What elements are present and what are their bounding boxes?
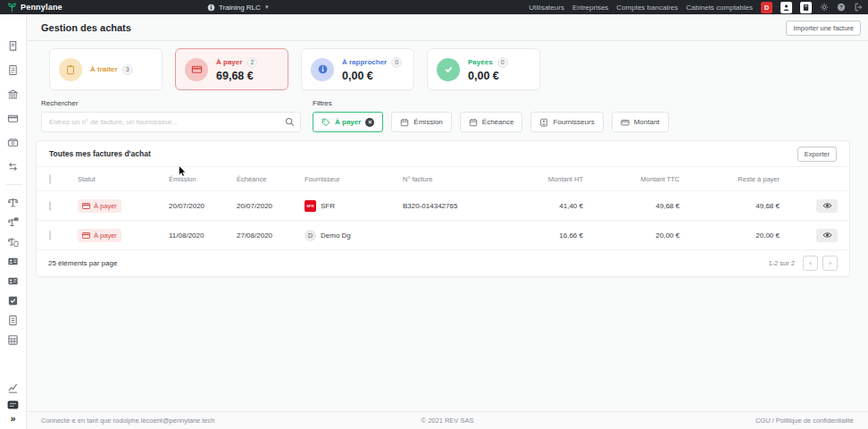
nav-link-entreprises[interactable]: Entreprises [572, 4, 608, 12]
calendar-icon [469, 118, 478, 127]
balance-docs-icon[interactable] [6, 235, 20, 248]
sidebar-expand-icon[interactable]: » [10, 414, 15, 424]
card-label: À payer [216, 58, 242, 66]
contacts-icon[interactable] [6, 255, 20, 268]
select-all-checkbox[interactable] [49, 174, 51, 184]
export-button[interactable]: Exporter [797, 147, 837, 162]
table-titlebar: Toutes mes factures d'achat Exporter [37, 141, 849, 167]
page-footer: Connecté·e en tant que rodolphe.lecoent@… [27, 411, 868, 429]
card-payments-icon[interactable] [6, 112, 20, 125]
per-page-selector[interactable]: 25 éléments par page [48, 259, 117, 267]
filter-chip-label: À payer [335, 118, 361, 126]
nav-link-cabinets-comptables[interactable]: Cabinets comptables [686, 4, 753, 12]
accounting-grid-icon[interactable] [6, 333, 20, 347]
table-row[interactable]: À payer 11/08/2020 27/08/2020 D Demo Dg … [37, 221, 849, 250]
filter-chip-emission[interactable]: Émission [391, 112, 451, 132]
bank-icon[interactable] [6, 88, 20, 101]
card-payees[interactable]: Payées 0 0,00 € [427, 48, 540, 90]
card-count-badge: 0 [497, 57, 508, 68]
balance-icon[interactable] [6, 196, 20, 209]
cgu-privacy-link[interactable]: CGU / Politique de confidentialité [755, 416, 854, 425]
calendar-icon [400, 118, 409, 127]
nav-link-utilisateurs[interactable]: Utilisateurs [529, 4, 564, 12]
analytics-icon[interactable] [6, 382, 20, 395]
sales-invoices-icon[interactable] [6, 63, 20, 77]
documents-icon[interactable] [6, 314, 20, 327]
filter-chip-a-payer[interactable]: À payer × [313, 112, 383, 132]
widget-badge-icon[interactable] [6, 398, 20, 411]
col-emission[interactable]: Émission [169, 175, 237, 183]
view-invoice-button[interactable] [816, 199, 838, 213]
emission-date: 11/08/2020 [169, 231, 237, 240]
col-reste-a-payer[interactable]: Reste à payer [680, 175, 780, 183]
card-count-badge: 0 [391, 57, 402, 68]
workspace-name: Training RLC [219, 4, 261, 12]
prev-page-button[interactable]: ‹ [803, 256, 818, 271]
search-block: Rechercher [41, 99, 301, 132]
brand-block[interactable]: Pennylane [0, 3, 63, 13]
tasks-icon[interactable] [6, 294, 20, 307]
table-row[interactable]: À payer 20/07/2020 20/07/2020 SFR SFR B3… [37, 191, 849, 221]
echeance-date: 27/08/2020 [237, 231, 305, 240]
amount-icon [621, 118, 630, 127]
montant-ttc: 20,00 € [583, 231, 680, 240]
filter-chip-label: Échéance [482, 118, 514, 126]
close-icon[interactable]: × [365, 118, 374, 127]
pennylane-logo-icon [7, 3, 17, 13]
gear-icon[interactable] [820, 3, 829, 12]
brand-name: Pennylane [21, 3, 63, 12]
user-icon[interactable] [780, 2, 792, 13]
invoice-number: B320-014342765 [403, 202, 528, 210]
col-statut[interactable]: Statut [78, 175, 169, 183]
help-icon[interactable]: ? [837, 3, 846, 12]
search-input[interactable] [41, 112, 301, 132]
book-icon[interactable] [800, 2, 812, 13]
cash-icon[interactable] [6, 136, 20, 149]
filter-chip-echeance[interactable]: Échéance [460, 112, 523, 132]
pagination-range: 1-2 sur 2 [768, 259, 795, 267]
col-facture[interactable]: N° facture [403, 175, 528, 183]
card-label: À traiter [90, 65, 118, 73]
import-invoice-button[interactable]: Importer une facture [786, 21, 861, 36]
purchases-icon[interactable] [6, 39, 20, 53]
card-a-payer[interactable]: À payer 2 69,68 € [175, 48, 288, 90]
app-window: Pennylane Training RLC ▼ Utilisateurs En… [0, 0, 868, 429]
info-icon [207, 4, 215, 12]
table-title: Toutes mes factures d'achat [49, 149, 151, 158]
table-footer: 25 éléments par page 1-2 sur 2 ‹ › [37, 250, 849, 276]
row-checkbox[interactable] [49, 201, 51, 211]
main-content: Gestion des achats Importer une facture … [27, 14, 868, 411]
balance-review-icon[interactable] [6, 215, 20, 229]
filters-block: Filtres À payer × Émission Échéance [313, 99, 669, 132]
filters-label: Filtres [313, 99, 669, 107]
page-header: Gestion des achats Importer une facture [27, 14, 868, 41]
col-montant-ttc[interactable]: Montant TTC [583, 175, 680, 183]
view-invoice-button[interactable] [816, 229, 838, 242]
next-page-button[interactable]: › [822, 256, 838, 271]
col-fournisseur[interactable]: Fournisseur [305, 175, 403, 183]
company-avatar[interactable]: D [761, 2, 772, 13]
workspace-switcher[interactable]: Training RLC ▼ [207, 0, 270, 14]
supplier-cell: D Demo Dg [305, 230, 403, 241]
logout-icon[interactable] [854, 3, 863, 12]
supplier-name: Demo Dg [321, 231, 351, 240]
supplier-name: SFR [321, 202, 335, 210]
col-echeance[interactable]: Échéance [237, 175, 305, 183]
card-amount: 0,00 € [342, 70, 402, 82]
transfers-icon[interactable] [6, 160, 20, 173]
credit-card-icon [185, 58, 208, 81]
info-circle-icon [311, 58, 334, 81]
nav-link-comptes-bancaires[interactable]: Comptes bancaires [616, 4, 678, 12]
card-a-rapprocher[interactable]: À rapprocher 0 0,00 € [301, 48, 414, 90]
reste-a-payer: 49,68 € [680, 202, 780, 210]
row-checkbox[interactable] [49, 231, 51, 240]
card-a-traiter[interactable]: À traiter 3 [49, 48, 163, 90]
filter-chip-fournisseurs[interactable]: Fournisseurs [530, 112, 603, 132]
montant-ht: 16,66 € [528, 231, 583, 240]
card-amount: 69,68 € [216, 70, 257, 82]
filter-chip-label: Fournisseurs [553, 118, 594, 126]
tag-icon [321, 118, 330, 127]
filter-chip-montant[interactable]: Montant [612, 112, 669, 132]
clients-icon[interactable] [6, 274, 20, 288]
col-montant-ht[interactable]: Montant HT [528, 175, 583, 183]
